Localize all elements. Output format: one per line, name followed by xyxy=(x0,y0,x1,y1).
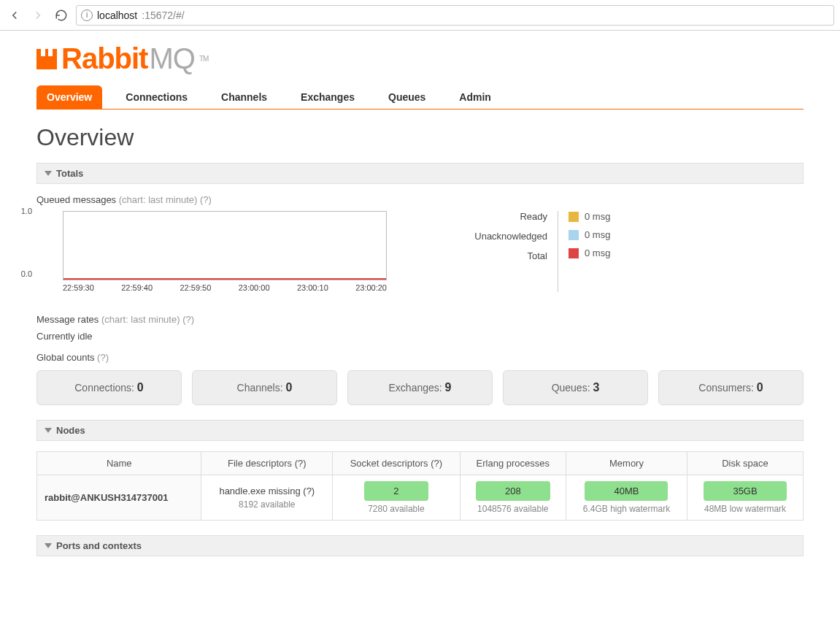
node-mem: 40MB 6.4GB high watermark xyxy=(566,475,687,521)
count-value: 9 xyxy=(445,381,452,394)
section-ports[interactable]: Ports and contexts xyxy=(36,535,804,556)
count-label: Consumers: xyxy=(698,382,756,394)
count-label: Exchanges: xyxy=(389,382,445,394)
queued-messages-heading: Queued messages (chart: last minute) (?) xyxy=(36,194,804,205)
count-value: 3 xyxy=(593,381,599,394)
legend-value-text: 0 msg xyxy=(585,248,610,258)
node-sock-main: 2 xyxy=(364,481,428,501)
nodes-table: NameFile descriptors (?)Socket descripto… xyxy=(36,451,804,521)
url-rest: :15672/#/ xyxy=(142,9,184,21)
count-box[interactable]: Connections: 0 xyxy=(36,370,182,405)
mr-heading-sub: (chart: last minute) xyxy=(101,314,182,325)
legend-label: Unacknowledged xyxy=(445,231,547,242)
chart-x-tick: 22:59:50 xyxy=(180,283,211,292)
rabbitmq-logo-icon xyxy=(36,49,57,69)
count-box[interactable]: Channels: 0 xyxy=(192,370,337,405)
back-button[interactable] xyxy=(6,7,23,24)
chart-y-bot: 0.0 xyxy=(21,269,32,278)
legend-label: Ready xyxy=(445,211,547,222)
section-nodes-label: Nodes xyxy=(56,425,85,436)
qm-heading-text: Queued messages xyxy=(36,194,119,205)
chart-x-tick: 23:00:00 xyxy=(239,283,270,292)
chart-x-tick: 22:59:30 xyxy=(63,283,94,292)
table-row: rabbit@ANKUSH314737001 handle.exe missin… xyxy=(37,475,804,521)
gc-help-icon[interactable]: (?) xyxy=(97,352,109,363)
node-sock-sub: 7280 available xyxy=(340,504,452,514)
message-rates-idle: Currently idle xyxy=(36,331,804,342)
table-header: Memory xyxy=(566,452,687,475)
logo-mq: MQ xyxy=(149,42,194,75)
node-erl-main: 208 xyxy=(476,481,550,501)
node-disk: 35GB 48MB low watermark xyxy=(687,475,804,521)
forward-button[interactable] xyxy=(29,7,47,24)
node-erl-sub: 1048576 available xyxy=(468,504,558,514)
table-header: Erlang processes xyxy=(460,452,566,475)
chart-x-tick: 23:00:20 xyxy=(355,283,387,292)
rabbitmq-logo: RabbitMQTM xyxy=(36,42,804,75)
main-tabs: OverviewConnectionsChannelsExchangesQueu… xyxy=(36,85,804,110)
section-totals[interactable]: Totals xyxy=(36,163,804,184)
tab-channels[interactable]: Channels xyxy=(211,85,277,109)
legend-value-text: 0 msg xyxy=(585,229,610,240)
node-fd-sub: 8192 available xyxy=(209,499,325,510)
chevron-down-icon xyxy=(45,171,52,176)
chart-y-top: 1.0 xyxy=(21,207,32,215)
node-erl: 208 1048576 available xyxy=(460,475,566,521)
section-totals-label: Totals xyxy=(56,168,83,179)
reload-button[interactable] xyxy=(53,7,70,24)
legend-swatch-icon xyxy=(569,248,579,258)
queued-messages-legend: ReadyUnacknowledgedTotal 0 msg0 msg0 msg xyxy=(445,211,610,292)
legend-value-text: 0 msg xyxy=(585,211,610,222)
chevron-down-icon xyxy=(45,543,52,548)
logo-tm: TM xyxy=(199,55,208,63)
table-header: Socket descriptors (?) xyxy=(333,452,461,475)
chart-x-tick: 23:00:10 xyxy=(297,283,328,292)
legend-value: 0 msg xyxy=(569,229,610,240)
node-disk-sub: 48MB low watermark xyxy=(695,504,795,514)
section-nodes[interactable]: Nodes xyxy=(36,420,804,441)
url-bar[interactable]: i localhost:15672/#/ xyxy=(76,5,834,26)
node-disk-main: 35GB xyxy=(704,481,786,501)
count-box[interactable]: Queues: 3 xyxy=(503,370,648,405)
legend-swatch-icon xyxy=(569,230,579,240)
browser-toolbar: i localhost:15672/#/ xyxy=(0,0,840,31)
global-counts-heading: Global counts (?) xyxy=(36,352,804,363)
chart-x-tick: 22:59:40 xyxy=(121,283,153,292)
table-header: Disk space xyxy=(687,452,804,475)
logo-rabbit: Rabbit xyxy=(61,42,147,75)
tab-exchanges[interactable]: Exchanges xyxy=(290,85,365,109)
chart-x-ticks: 22:59:3022:59:4022:59:5023:00:0023:00:10… xyxy=(63,283,387,292)
node-sock: 2 7280 available xyxy=(333,475,461,521)
node-mem-main: 40MB xyxy=(585,481,668,501)
table-header: Name xyxy=(37,452,201,475)
node-fd: handle.exe missing (?) 8192 available xyxy=(201,475,333,521)
node-name[interactable]: rabbit@ANKUSH314737001 xyxy=(37,475,201,521)
qm-heading-sub: (chart: last minute) xyxy=(119,194,200,205)
page-title: Overview xyxy=(36,124,804,151)
tab-queues[interactable]: Queues xyxy=(378,85,436,109)
node-mem-sub: 6.4GB high watermark xyxy=(574,504,679,514)
chart-total-line xyxy=(63,278,386,280)
chevron-down-icon xyxy=(45,428,52,433)
queued-messages-chart: 1.0 0.0 22:59:3022:59:4022:59:5023:00:00… xyxy=(36,211,387,292)
count-label: Channels: xyxy=(237,382,286,394)
gc-heading-text: Global counts xyxy=(36,352,97,363)
tab-overview[interactable]: Overview xyxy=(36,85,102,109)
count-label: Connections: xyxy=(74,382,137,394)
qm-help-icon[interactable]: (?) xyxy=(200,194,212,205)
section-ports-label: Ports and contexts xyxy=(56,540,142,551)
message-rates-heading: Message rates (chart: last minute) (?) xyxy=(36,314,804,325)
table-header: File descriptors (?) xyxy=(201,452,333,475)
mr-help-icon[interactable]: (?) xyxy=(182,314,194,325)
count-value: 0 xyxy=(137,381,144,394)
site-info-icon[interactable]: i xyxy=(81,9,93,21)
legend-swatch-icon xyxy=(569,212,579,222)
node-fd-main: handle.exe missing (?) xyxy=(219,486,315,496)
tab-connections[interactable]: Connections xyxy=(115,85,198,109)
count-box[interactable]: Exchanges: 9 xyxy=(347,370,493,405)
tab-admin[interactable]: Admin xyxy=(449,85,501,109)
legend-label: Total xyxy=(445,250,547,261)
legend-value: 0 msg xyxy=(569,211,610,222)
count-box[interactable]: Consumers: 0 xyxy=(658,370,804,405)
count-value: 0 xyxy=(757,381,763,394)
